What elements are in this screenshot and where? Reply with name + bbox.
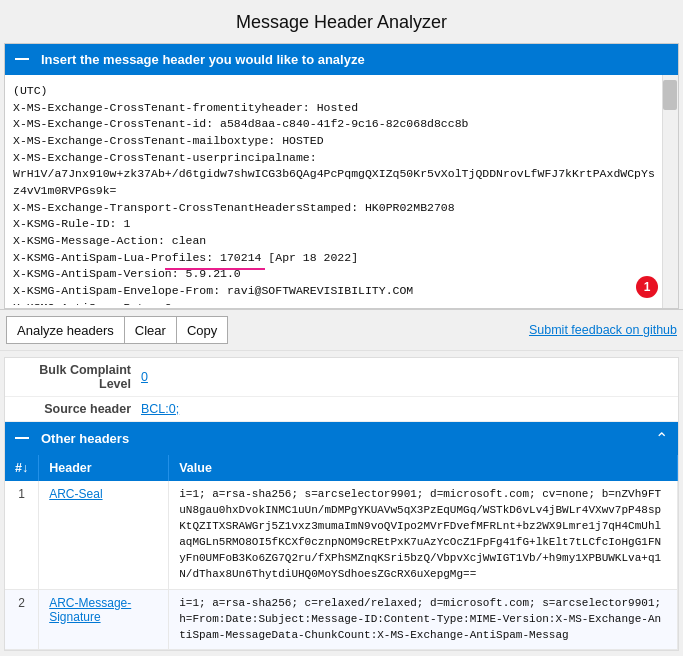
bulk-complaint-value[interactable]: 0 xyxy=(141,370,148,384)
other-headers-collapse-icon xyxy=(15,437,29,439)
row-header-value: i=1; a=rsa-sha256; s=arcselector9901; d=… xyxy=(169,481,678,589)
other-headers-collapse-button[interactable]: ⌃ xyxy=(655,429,668,448)
toolbar: Analyze headers Clear Copy Submit feedba… xyxy=(0,309,683,351)
row-header-value: i=1; a=rsa-sha256; c=relaxed/relaxed; d=… xyxy=(169,589,678,650)
table-header-row: #↓ Header Value xyxy=(5,455,678,481)
row-num: 1 xyxy=(5,481,39,589)
row-header-name[interactable]: ARC-Seal xyxy=(39,481,169,589)
scrollbar[interactable] xyxy=(662,75,678,308)
source-header-value[interactable]: BCL:0; xyxy=(141,402,179,416)
copy-button[interactable]: Copy xyxy=(176,316,228,344)
page-title: Message Header Analyzer xyxy=(0,0,683,43)
other-headers-table: #↓ Header Value 1ARC-Seali=1; a=rsa-sha2… xyxy=(5,455,678,650)
error-badge: 1 xyxy=(636,276,658,298)
source-header-label: Source header xyxy=(21,402,141,416)
source-header-row: Source header BCL:0; xyxy=(5,397,678,422)
feedback-link[interactable]: Submit feedback on github xyxy=(529,323,677,337)
header-textarea[interactable]: (UTC) X-MS-Exchange-CrossTenant-fromenti… xyxy=(5,75,678,305)
input-section-header: Insert the message header you would like… xyxy=(5,44,678,75)
scroll-thumb xyxy=(663,80,677,110)
bulk-complaint-row: Bulk Complaint Level 0 xyxy=(5,358,678,397)
table-row: 1ARC-Seali=1; a=rsa-sha256; s=arcselecto… xyxy=(5,481,678,589)
other-headers-section-header: Other headers ⌃ xyxy=(5,422,678,455)
row-header-name[interactable]: ARC-Message-Signature xyxy=(39,589,169,650)
pink-underline xyxy=(165,268,265,270)
analyze-headers-button[interactable]: Analyze headers xyxy=(6,316,124,344)
other-headers-table-wrapper: #↓ Header Value 1ARC-Seali=1; a=rsa-sha2… xyxy=(5,455,678,650)
textarea-wrapper: (UTC) X-MS-Exchange-CrossTenant-fromenti… xyxy=(5,75,678,308)
col-num-header: #↓ xyxy=(5,455,39,481)
col-header-header: Header xyxy=(39,455,169,481)
input-header-label: Insert the message header you would like… xyxy=(41,52,365,67)
table-row: 2ARC-Message-Signaturei=1; a=rsa-sha256;… xyxy=(5,589,678,650)
other-headers-title: Other headers xyxy=(41,431,129,446)
collapse-icon xyxy=(15,58,29,60)
col-value-header: Value xyxy=(169,455,678,481)
clear-button[interactable]: Clear xyxy=(124,316,176,344)
bulk-complaint-label: Bulk Complaint Level xyxy=(21,363,141,391)
input-section: Insert the message header you would like… xyxy=(4,43,679,309)
row-num: 2 xyxy=(5,589,39,650)
results-section: Bulk Complaint Level 0 Source header BCL… xyxy=(4,357,679,651)
